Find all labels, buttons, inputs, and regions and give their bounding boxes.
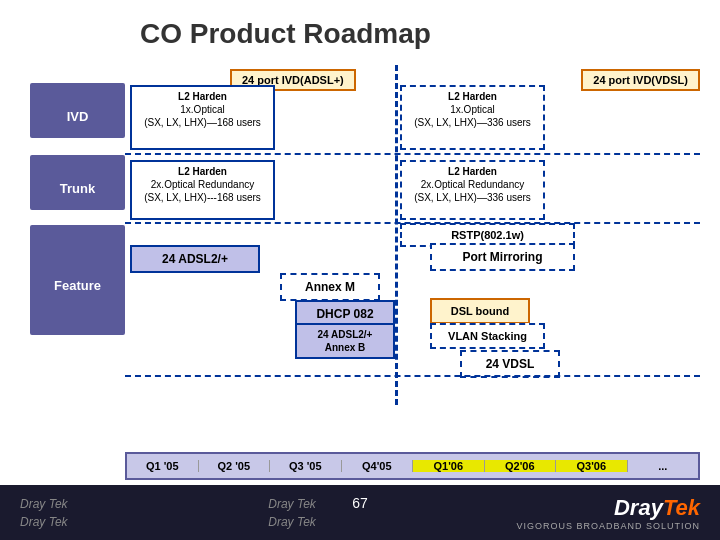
ivd-box-2: L2 Harden 1x.Optical (SX, LX, LHX)—336 u… [400,85,545,150]
trunk-label: Trunk [30,155,125,210]
adsl-annex-b-line2: Annex B [303,341,387,354]
quarter-4: Q4'05 [342,460,414,472]
footer-logo-1: Dray Tek [20,497,68,511]
ivd-box1-line3: (SX, LX, LHX)—168 users [136,116,269,129]
quarter-2: Q2 '05 [199,460,271,472]
ivd-box1-line2: 1x.Optical [136,103,269,116]
trunk-box2-line2: 2x.Optical Redundancy [406,178,539,191]
footer-brand: DrayTek VIGOROUS BROADBAND SOLUTION [516,495,700,531]
page-number: 67 [352,495,368,511]
vdsl-box: 24 VDSL [460,350,560,378]
footer-logo-left: Dray Tek Dray Tek [20,497,68,529]
trunk-box-2: L2 Harden 2x.Optical Redundancy (SX, LX,… [400,160,545,220]
brand-dray: Dray [614,495,663,520]
separator-2 [125,222,700,224]
quarter-3: Q3 '05 [270,460,342,472]
adsl-annex-b-box: 24 ADSL2/+ Annex B [295,323,395,359]
footer-logo-4: Dray Tek [268,515,316,529]
trunk-box1-line2: 2x.Optical Redundancy [136,178,269,191]
brand-tek: Tek [663,495,700,520]
vlan-stacking-box: VLAN Stacking [430,323,545,349]
quarter-dots: ... [628,460,699,472]
ivd-box2-title: L2 Harden [406,90,539,103]
trunk-box2-line3: (SX, LX, LHX)—336 users [406,191,539,204]
content-area: IVD 24 port IVD(ADSL+) 24 port IVD(VDSL)… [30,65,710,485]
ivd-box2-line3: (SX, LX, LHX)—336 users [406,116,539,129]
annex-m-box: Annex M [280,273,380,301]
footer: Dray Tek Dray Tek Dray Tek Dray Tek 67 D… [0,485,720,540]
dsl-bound-box: DSL bound [430,298,530,324]
vertical-divider [395,65,398,405]
quarter-1: Q1 '05 [127,460,199,472]
quarter-7: Q3'06 [556,460,628,472]
ivd-vdsl-badge: 24 port IVD(VDSL) [581,69,700,91]
trunk-box-1: L2 Harden 2x.Optical Redundancy (SX, LX,… [130,160,275,220]
adsl-box: 24 ADSL2/+ [130,245,260,273]
ivd-box-1: L2 Harden 1x.Optical (SX, LX, LHX)—168 u… [130,85,275,150]
footer-logo-3: Dray Tek [268,497,316,511]
ivd-box2-line2: 1x.Optical [406,103,539,116]
quarter-6: Q2'06 [485,460,557,472]
footer-logo-center: Dray Tek Dray Tek [268,497,316,529]
separator-1 [125,153,700,155]
feature-label: Feature [30,225,125,335]
ivd-box1-title: L2 Harden [136,90,269,103]
quarter-5: Q1'06 [413,460,485,472]
trunk-box2-title: L2 Harden [406,165,539,178]
separator-3 [125,375,700,377]
footer-logo-2: Dray Tek [20,515,68,529]
adsl-annex-b-line1: 24 ADSL2/+ [303,328,387,341]
brand-tagline: VIGOROUS BROADBAND SOLUTION [516,521,700,531]
slide-title: CO Product Roadmap [0,0,720,60]
brand-name: DrayTek [516,495,700,521]
ivd-label: IVD [30,83,125,138]
trunk-box1-line3: (SX, LX, LHX)---168 users [136,191,269,204]
slide: CO Product Roadmap IVD 24 port IVD(ADSL+… [0,0,720,540]
trunk-box1-title: L2 Harden [136,165,269,178]
port-mirroring-box: Port Mirroring [430,243,575,271]
timeline-bar: Q1 '05 Q2 '05 Q3 '05 Q4'05 Q1'06 Q2'06 Q… [125,452,700,480]
